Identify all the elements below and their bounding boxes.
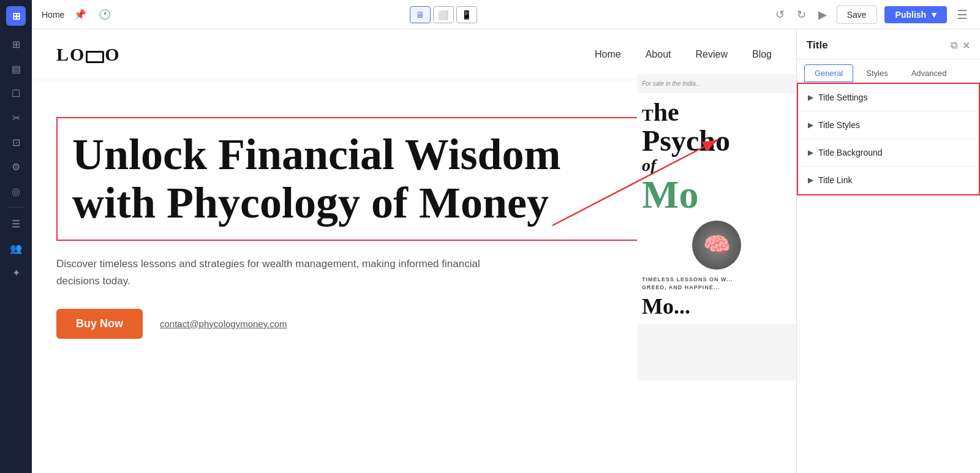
sidebar-item-users[interactable]: 👥	[5, 237, 27, 259]
logo-text: LO	[56, 44, 85, 64]
nav-review[interactable]: Review	[696, 49, 728, 60]
sidebar-item-settings[interactable]: ⚙	[5, 156, 27, 178]
sidebar: ⊞ ⊞ ▤ ☐ ✂ ⊡ ⚙ ◎ ☰ 👥 ✦	[0, 0, 32, 473]
sidebar-divider	[7, 207, 25, 208]
book-subtitle: TIMELESS LESSONS ON W...GREED, AND HAPPI…	[642, 276, 791, 291]
book-title-psycho: Psycho	[642, 126, 791, 156]
tab-advanced[interactable]: Advanced	[901, 64, 957, 82]
panel-header: Title ⧉ ✕	[797, 29, 980, 59]
chevron-title-link: ▶	[808, 176, 813, 184]
book-author: Mo...	[642, 293, 791, 319]
hero-title-container: Unlock Financial Wisdom with Phycology o…	[56, 117, 638, 241]
section-title-link: ▶ Title Link	[798, 167, 979, 194]
book-label: For sale in the India...	[637, 74, 796, 93]
chevron-title-styles: ▶	[808, 121, 813, 129]
topbar-pin-icon[interactable]: 📌	[72, 6, 89, 23]
chevron-title-background: ▶	[808, 148, 813, 157]
section-title-background: ▶ Title Background	[798, 139, 979, 167]
publish-label: Publish	[895, 10, 927, 20]
panel-title: Title	[807, 39, 828, 51]
title-styles-header[interactable]: ▶ Title Styles	[798, 112, 979, 138]
hero-description: Discover timeless lessons and strategies…	[56, 255, 510, 289]
device-tablet[interactable]: ⬜	[433, 6, 454, 23]
book-cover: The Psycho of Mo 🧠 TIMELESS LESSONS ON W…	[637, 93, 796, 324]
redo-button[interactable]: ↻	[794, 6, 809, 24]
panel-close-icon[interactable]: ✕	[962, 40, 970, 51]
tab-styles[interactable]: Styles	[856, 64, 898, 82]
panel-tabs: General Styles Advanced	[797, 59, 980, 83]
hero-title: Unlock Financial Wisdom with Phycology o…	[72, 131, 622, 227]
publish-button[interactable]: Publish ▼	[884, 6, 947, 23]
section-title-settings: ▶ Title Settings	[798, 84, 979, 112]
sidebar-item-widgets[interactable]: ⊡	[5, 131, 27, 153]
sidebar-item-page[interactable]: ☐	[5, 82, 27, 104]
book-brain-img: 🧠	[642, 221, 791, 270]
book-title-mo: Mo	[642, 175, 791, 214]
sidebar-item-layers[interactable]: ☰	[5, 213, 27, 235]
buy-now-button[interactable]: Buy Now	[56, 309, 143, 339]
sidebar-item-tools[interactable]: ✦	[5, 262, 27, 284]
book-image: For sale in the India... The Psycho of M…	[637, 74, 796, 380]
hero-email-link[interactable]: contact@phycologymoney.com	[160, 319, 287, 329]
title-settings-label: Title Settings	[818, 93, 867, 102]
page-logo: LOO	[56, 44, 119, 65]
topbar-menu-icon[interactable]: ☰	[954, 5, 970, 25]
nav-links: Home About Review Blog	[595, 49, 772, 60]
sidebar-item-broadcast[interactable]: ◎	[5, 180, 27, 202]
topbar-home-label: Home	[42, 10, 64, 20]
title-styles-label: Title Styles	[818, 120, 860, 130]
topbar-history-icon[interactable]: 🕐	[96, 6, 113, 23]
book-title-the: T	[642, 105, 654, 124]
sidebar-item-layout[interactable]: ▤	[5, 58, 27, 80]
hero-section: Unlock Financial Wisdom with Phycology o…	[32, 80, 796, 363]
title-settings-header[interactable]: ▶ Title Settings	[798, 84, 979, 111]
section-title-styles: ▶ Title Styles	[798, 112, 979, 139]
logo-text2: O	[105, 44, 118, 64]
logo-box	[86, 51, 104, 63]
device-switcher: 🖥 ⬜ 📱	[410, 6, 477, 23]
page-nav: LOO Home About Review Blog	[32, 29, 796, 80]
chevron-title-settings: ▶	[808, 93, 813, 102]
tab-general[interactable]: General	[804, 64, 853, 82]
save-button[interactable]: Save	[837, 6, 877, 24]
right-panel: Title ⧉ ✕ General Styles Advanced ▶ Titl…	[796, 29, 980, 473]
sidebar-item-scissors[interactable]: ✂	[5, 107, 27, 129]
nav-home[interactable]: Home	[595, 49, 621, 60]
panel-header-icons: ⧉ ✕	[951, 40, 970, 51]
title-link-header[interactable]: ▶ Title Link	[798, 167, 979, 194]
nav-about[interactable]: About	[646, 49, 671, 60]
panel-sections-highlighted: ▶ Title Settings ▶ Title Styles ▶ Title …	[797, 83, 980, 195]
panel-copy-icon[interactable]: ⧉	[951, 40, 957, 51]
title-link-label: Title Link	[818, 175, 853, 185]
undo-button[interactable]: ↺	[773, 6, 787, 24]
preview-button[interactable]: ▶	[816, 6, 829, 24]
sidebar-item-grid[interactable]: ⊞	[5, 33, 27, 55]
nav-blog[interactable]: Blog	[752, 49, 772, 60]
device-desktop[interactable]: 🖥	[410, 6, 431, 23]
device-mobile[interactable]: 📱	[456, 6, 477, 23]
page-content: LOO Home About Review Blog Unlock Financ…	[32, 29, 796, 363]
panel-body: ▶ Title Settings ▶ Title Styles ▶ Title …	[797, 83, 980, 473]
title-background-header[interactable]: ▶ Title Background	[798, 139, 979, 166]
title-background-label: Title Background	[818, 148, 883, 157]
topbar: Home 📌 🕐 🖥 ⬜ 📱 ↺ ↻ ▶ Save Publish ▼ ☰	[32, 0, 980, 29]
main-canvas: LOO Home About Review Blog Unlock Financ…	[32, 29, 796, 473]
sidebar-logo[interactable]: ⊞	[6, 6, 26, 26]
publish-dropdown-icon[interactable]: ▼	[930, 10, 938, 20]
